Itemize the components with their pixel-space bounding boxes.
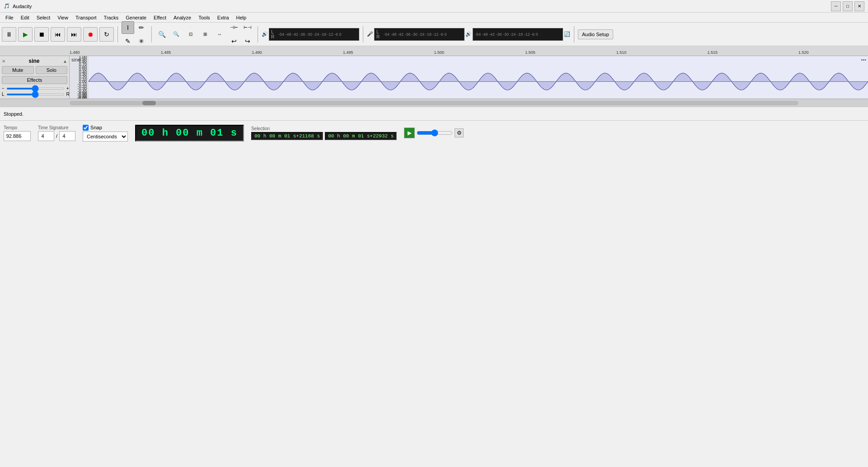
track-close-button[interactable]: ✕ [2, 59, 5, 64]
time-signature-section: Time Signature / [38, 125, 75, 141]
track-area: ✕ sine ▲ Mute Solo Effects − + L R sine … [0, 56, 868, 99]
status-text: Stopped. [4, 111, 23, 117]
ruler-mark-8: 1.520 [798, 50, 809, 55]
menu-item-view[interactable]: View [54, 14, 72, 21]
ruler-mark-1: 1.485 [161, 50, 171, 55]
ruler-mark-0: 1.480 [70, 50, 80, 55]
solo-button[interactable]: Solo [36, 66, 68, 74]
trim-button[interactable]: ⊣⊢ [228, 21, 240, 34]
ruler-mark-3: 1.495 [343, 50, 353, 55]
titlebar-left: 🎵 Audacity [4, 3, 32, 9]
track-header: ✕ sine ▲ Mute Solo Effects − + L R [0, 56, 70, 99]
output-lr-label: LR [271, 29, 277, 39]
snap-checkbox[interactable] [83, 125, 89, 131]
mute-button[interactable]: Mute [2, 66, 34, 74]
envelope-tool-button[interactable]: ✏ [135, 21, 148, 34]
waveform-canvas[interactable] [70, 56, 868, 99]
zoom-out-button[interactable]: 🔍 [170, 28, 183, 41]
menu-item-tools[interactable]: Tools [195, 14, 214, 21]
menu-item-generate[interactable]: Generate [122, 14, 150, 21]
output-volume-icon: 🔊 [262, 31, 268, 37]
ruler-mark-6: 1.510 [616, 50, 627, 55]
redo-button[interactable]: ↪ [241, 35, 254, 47]
input-level-icon: 🔄 [564, 31, 570, 37]
separator-4 [363, 26, 363, 42]
silence-button[interactable]: ⊢⊣ [241, 21, 254, 34]
menu-item-help[interactable]: Help [233, 14, 250, 21]
maximize-button[interactable]: □ [843, 1, 853, 11]
ruler-marks: 1.4801.4851.4901.4951.5001.5051.5101.515… [70, 46, 798, 56]
selection-label: Selection [251, 126, 397, 131]
skip-start-button[interactable]: ⏮ [51, 27, 65, 42]
tempo-section: Tempo [4, 125, 31, 141]
separator-2 [151, 26, 152, 42]
gain-plus-icon: + [66, 86, 69, 91]
titlebar: 🎵 Audacity ─ □ ✕ [0, 0, 868, 13]
output-vu-scale: -54 -48 -42 -36 -30 -24 -18 -12 -6 0 [278, 32, 342, 37]
undo-button[interactable]: ↩ [228, 35, 240, 47]
tempo-input[interactable] [4, 131, 31, 141]
zoom-fit-button[interactable]: ⊡ [184, 28, 197, 41]
close-button[interactable]: ✕ [854, 1, 864, 11]
app-title: Audacity [13, 4, 32, 9]
output-vu-meter: LR -54 -48 -42 -36 -30 -24 -18 -12 -6 0 [269, 28, 359, 41]
play-button[interactable]: ▶ [18, 27, 33, 42]
menu-item-effect[interactable]: Effect [150, 14, 170, 21]
multi-tool-button[interactable]: ✳ [135, 35, 148, 47]
gain-slider[interactable] [6, 88, 65, 90]
play-at-speed-button[interactable]: ▶ [404, 127, 415, 138]
stop-button[interactable]: ⏹ [34, 27, 49, 42]
record-button[interactable]: ⏺ [83, 27, 98, 42]
waveform-options-button[interactable]: ••• [861, 57, 866, 62]
gain-row: − + [2, 86, 67, 91]
select-tool-button[interactable]: I [122, 21, 134, 34]
loop-button[interactable]: ↻ [99, 27, 114, 42]
pan-row: L R [2, 92, 67, 97]
time-sig-numerator[interactable] [38, 131, 54, 141]
time-sig-denominator[interactable] [59, 131, 75, 141]
time-sig-row: / [38, 131, 75, 141]
output-volume-section: 🔊 LR -54 -48 -42 -36 -30 -24 -18 -12 -6 … [262, 28, 359, 41]
pan-slider[interactable] [6, 94, 65, 95]
zoom-selection-button[interactable]: ⊞ [199, 28, 211, 41]
menu-item-analyze[interactable]: Analyze [170, 14, 195, 21]
menu-item-select[interactable]: Select [33, 14, 54, 21]
waveform-container: sine ••• 1.000.900.800.700.600.500.400.3… [70, 56, 868, 99]
ruler-mark-4: 1.500 [434, 50, 445, 55]
zoom-width-button[interactable]: ↔ [213, 28, 226, 41]
time-display: 00 h 00 m 01 s [135, 125, 244, 142]
minimize-button[interactable]: ─ [831, 1, 841, 11]
scrollbar-thumb[interactable] [142, 101, 156, 105]
snap-select[interactable]: Centiseconds Off Nearest Seconds Beats B… [83, 132, 128, 142]
menu-item-edit[interactable]: Edit [17, 14, 33, 21]
horizontal-scrollbar[interactable] [70, 101, 798, 105]
toolbar: ⏸ ▶ ⏹ ⏮ ⏭ ⏺ ↻ I ✏ ✎ ✳ 🔍 🔍 ⊡ ⊞ ↔ ⊣⊢ ⊢⊣ ↩ … [0, 23, 868, 46]
audio-setup-button[interactable]: Audio Setup [578, 29, 613, 39]
menu-item-transport[interactable]: Transport [72, 14, 100, 21]
app-icon: 🎵 [4, 3, 10, 9]
ruler-mark-7: 1.515 [707, 50, 718, 55]
separator-1 [117, 26, 118, 42]
menu-item-tracks[interactable]: Tracks [100, 14, 122, 21]
menu-item-file[interactable]: File [2, 14, 17, 21]
input-volume-section: 🎤 LR -54 -48 -42 -36 -30 -24 -18 -12 -6 … [367, 28, 570, 41]
separator-5 [574, 26, 574, 42]
skip-end-button[interactable]: ⏭ [67, 27, 81, 42]
snap-label[interactable]: Snap [90, 125, 102, 130]
pause-button[interactable]: ⏸ [2, 27, 16, 42]
draw-tool-button[interactable]: ✎ [122, 35, 134, 47]
input-mic-icon: 🎤 [367, 31, 373, 37]
playback-settings-button[interactable]: ⚙ [455, 128, 464, 137]
input-level-scale: -54 -48 -42 -36 -30 -24 -18 -12 -6 0 [475, 32, 538, 37]
speed-slider-row [417, 129, 453, 137]
track-name-label: sine [29, 58, 40, 64]
menu-item-extra[interactable]: Extra [214, 14, 233, 21]
track-expand-button[interactable]: ▲ [63, 59, 67, 64]
speed-slider[interactable] [417, 129, 453, 137]
zoom-in-button[interactable]: 🔍 [155, 28, 168, 41]
gain-minus-icon: − [2, 86, 5, 91]
selection-end-display: 00 h 00 m 01 s+22932 s [325, 132, 397, 140]
input-level-meter: -54 -48 -42 -36 -30 -24 -18 -12 -6 0 [473, 28, 563, 41]
selection-fields: 00 h 00 m 01 s+21168 s 00 h 00 m 01 s+22… [251, 132, 397, 140]
effects-button[interactable]: Effects [2, 76, 67, 84]
